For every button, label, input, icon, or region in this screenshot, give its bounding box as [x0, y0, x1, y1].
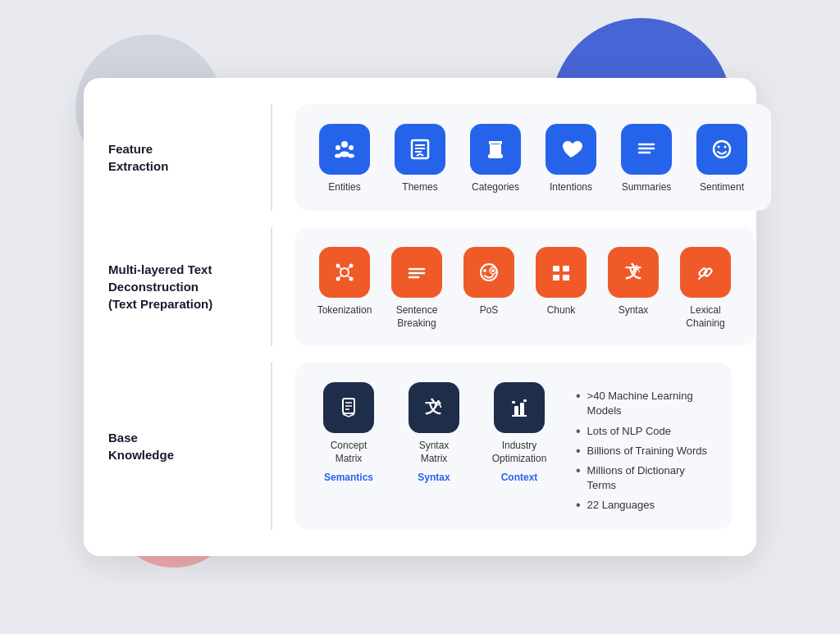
svg-point-31 — [483, 269, 486, 272]
svg-point-20 — [349, 264, 354, 268]
themes-icon-box — [395, 124, 445, 175]
bullet-list: • >40 Machine Learning Models • Lots of … — [576, 382, 715, 513]
concept-matrix-item: Concept Matrix Semantics — [312, 382, 386, 483]
feature-extraction-row: Feature Extraction — [108, 104, 732, 211]
svg-rect-48 — [514, 406, 518, 416]
feature-extraction-icons: Entities Them — [312, 124, 755, 194]
concept-matrix-icon-box — [323, 382, 374, 433]
syntax-matrix-icon-box: 文 A — [409, 382, 459, 433]
svg-point-4 — [335, 154, 341, 158]
syntax-matrix-item: 文 A Syntax Matrix Syntax — [397, 382, 471, 483]
industry-opt-item: Industry Optimization Context — [482, 382, 556, 483]
base-knowledge-label: Base Knowledge — [108, 363, 272, 529]
summaries-item: Summaries — [614, 124, 679, 194]
base-knowledge-content: Concept Matrix Semantics 文 A — [312, 382, 715, 513]
svg-point-0 — [341, 141, 348, 148]
summaries-icon-box — [621, 124, 672, 175]
sentiment-icon-box — [696, 124, 747, 175]
bullet-item-4: • 22 Languages — [576, 498, 715, 513]
text-deconstruction-section: Tokenization Sentence Breaking — [295, 227, 755, 346]
syntax-matrix-sublabel: Syntax — [418, 472, 450, 483]
svg-rect-50 — [512, 401, 515, 404]
syntax-matrix-label: Syntax Matrix — [419, 440, 450, 465]
summaries-label: Summaries — [622, 181, 672, 194]
svg-point-22 — [349, 277, 354, 281]
svg-rect-34 — [553, 266, 559, 271]
svg-rect-37 — [563, 275, 569, 281]
base-knowledge-row: Base Knowledge — [108, 363, 732, 529]
tokenization-item: Tokenization — [312, 247, 377, 317]
svg-rect-51 — [523, 399, 527, 402]
sentence-breaking-label: Sentence Breaking — [396, 304, 438, 330]
text-deconstruction-row: Multi-layered Text Deconstruction (Text … — [108, 227, 732, 346]
intentions-label: Intentions — [550, 181, 592, 194]
svg-line-24 — [347, 267, 349, 270]
entities-icon-box — [319, 124, 370, 175]
categories-item: Categories — [463, 124, 528, 194]
main-card: Feature Extraction — [84, 78, 756, 555]
svg-point-2 — [349, 145, 354, 150]
svg-point-1 — [336, 145, 340, 150]
pos-label: PoS — [480, 304, 499, 317]
svg-rect-10 — [490, 144, 501, 156]
intentions-icon-box — [546, 124, 596, 175]
svg-line-26 — [347, 275, 349, 277]
industry-opt-icon-box — [494, 382, 545, 433]
tokenization-icon-box — [319, 247, 370, 298]
categories-label: Categories — [472, 181, 519, 194]
entities-label: Entities — [328, 181, 360, 194]
industry-opt-label: Industry Optimization — [492, 440, 547, 465]
concept-matrix-sublabel: Semantics — [324, 472, 373, 483]
svg-point-32 — [491, 269, 495, 272]
base-icons-container: Concept Matrix Semantics 文 A — [312, 382, 556, 483]
themes-label: Themes — [402, 181, 437, 194]
chunk-item: Chunk — [528, 247, 594, 317]
svg-point-21 — [336, 277, 340, 281]
base-icon-row: Concept Matrix Semantics 文 A — [312, 382, 556, 483]
svg-point-16 — [718, 146, 720, 148]
categories-icon-box — [470, 124, 521, 175]
svg-rect-35 — [563, 266, 569, 271]
themes-item: Themes — [387, 124, 453, 194]
svg-point-15 — [714, 141, 730, 157]
sentence-breaking-item: Sentence Breaking — [384, 247, 450, 330]
intentions-item: Intentions — [538, 124, 604, 194]
syntax-item: 文 A Syntax — [600, 247, 666, 317]
bullet-item-3: • Millions of Dictionary Terms — [576, 463, 715, 493]
lexical-chaining-icon-box — [680, 247, 731, 298]
industry-opt-sublabel: Context — [501, 472, 538, 483]
lexical-chaining-item: Lexical Chaining — [673, 247, 738, 330]
bullet-item-0: • >40 Machine Learning Models — [576, 389, 715, 418]
svg-rect-49 — [520, 403, 524, 416]
svg-point-5 — [348, 154, 354, 158]
svg-line-25 — [340, 275, 342, 277]
tokenization-label: Tokenization — [317, 304, 372, 317]
svg-point-19 — [336, 264, 340, 268]
syntax-icon-box: 文 A — [608, 247, 659, 298]
base-knowledge-section: Concept Matrix Semantics 文 A — [295, 363, 732, 529]
bullet-item-1: • Lots of NLP Code — [576, 424, 715, 439]
pos-item: PoS — [456, 247, 522, 317]
syntax-label: Syntax — [619, 304, 649, 317]
pos-icon-box — [463, 247, 514, 298]
chunk-label: Chunk — [547, 304, 576, 317]
feature-extraction-label: Feature Extraction — [108, 104, 272, 211]
svg-line-23 — [340, 267, 342, 270]
svg-rect-36 — [553, 275, 559, 281]
outer-container: Feature Extraction — [26, 18, 814, 617]
text-deconstruction-icons: Tokenization Sentence Breaking — [312, 247, 738, 330]
lexical-chaining-label: Lexical Chaining — [686, 304, 724, 330]
sentiment-label: Sentiment — [700, 181, 744, 194]
concept-matrix-label: Concept Matrix — [331, 440, 368, 465]
bullet-item-2: • Billions of Training Words — [576, 444, 715, 458]
entities-item: Entities — [312, 124, 377, 194]
sentiment-item: Sentiment — [689, 124, 755, 194]
text-deconstruction-label: Multi-layered Text Deconstruction (Text … — [108, 227, 272, 346]
svg-point-17 — [724, 146, 727, 148]
sentence-breaking-icon-box — [391, 247, 442, 298]
chunk-icon-box — [536, 247, 587, 298]
feature-extraction-section: Entities Them — [295, 104, 771, 211]
svg-rect-11 — [488, 154, 503, 158]
